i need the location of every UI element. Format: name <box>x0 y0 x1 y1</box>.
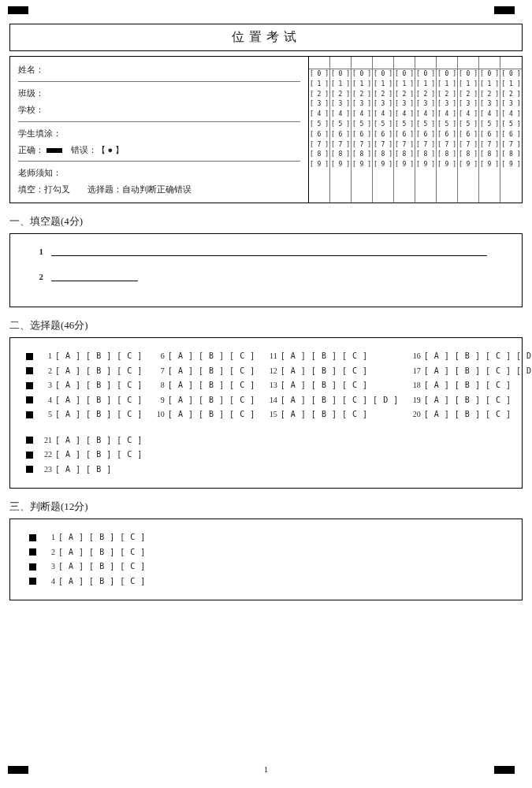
option-bubbles[interactable]: [ A ] [ B ] [ C ] <box>168 393 255 408</box>
option-bubbles[interactable]: [ A ] [ B ] [ C ] <box>424 378 512 393</box>
id-bubble[interactable]: [ 9 ] <box>458 160 478 170</box>
option-bubbles[interactable]: [ A ] [ B ] [ C ] <box>424 393 512 408</box>
id-bubble[interactable]: [ 6 ] <box>394 130 415 140</box>
id-bubble[interactable]: [ 8 ] <box>330 150 351 160</box>
id-bubble[interactable]: [ 6 ] <box>415 130 436 140</box>
id-bubble[interactable]: [ 3 ] <box>373 99 393 110</box>
id-bubble[interactable]: [ 0 ] <box>394 69 415 80</box>
id-bubble[interactable]: [ 4 ] <box>330 110 351 120</box>
id-bubble[interactable]: [ 2 ] <box>394 90 415 100</box>
option-bubbles[interactable]: [ A ] [ B ] [ C ] <box>281 378 368 393</box>
id-bubble[interactable]: [ 9 ] <box>309 160 329 170</box>
option-bubbles[interactable]: [ A ] [ B ] [ C ] <box>55 407 143 422</box>
id-bubble[interactable]: [ 2 ] <box>479 90 500 100</box>
id-bubble[interactable]: [ 8 ] <box>373 150 393 160</box>
id-bubble[interactable]: [ 8 ] <box>415 150 436 160</box>
id-bubble[interactable]: [ 0 ] <box>479 69 500 80</box>
id-bubble[interactable]: [ 4 ] <box>352 110 372 120</box>
id-bubble[interactable]: [ 0 ] <box>330 69 351 80</box>
id-bubble[interactable]: [ 8 ] <box>479 150 500 160</box>
id-bubble[interactable]: [ 3 ] <box>458 99 478 110</box>
id-bubble[interactable]: [ 0 ] <box>352 69 372 80</box>
id-column-header[interactable] <box>309 57 329 69</box>
id-bubble[interactable]: [ 8 ] <box>352 150 372 160</box>
id-column-header[interactable] <box>394 57 415 69</box>
id-column-header[interactable] <box>373 57 393 69</box>
id-bubble[interactable]: [ 1 ] <box>500 80 522 90</box>
id-bubble[interactable]: [ 2 ] <box>500 90 522 100</box>
id-bubble[interactable]: [ 8 ] <box>458 150 478 160</box>
id-bubble[interactable]: [ 4 ] <box>309 110 329 120</box>
id-bubble[interactable]: [ 2 ] <box>352 90 372 100</box>
id-bubble[interactable]: [ 2 ] <box>415 90 436 100</box>
option-bubbles[interactable]: [ A ] [ B ] [ C ] <box>58 559 146 574</box>
id-bubble[interactable]: [ 6 ] <box>352 130 372 140</box>
id-bubble[interactable]: [ 5 ] <box>330 120 351 130</box>
id-bubble[interactable]: [ 3 ] <box>330 99 351 110</box>
id-bubble[interactable]: [ 6 ] <box>437 130 457 140</box>
id-bubble[interactable]: [ 7 ] <box>437 140 457 151</box>
id-bubble[interactable]: [ 7 ] <box>500 140 522 151</box>
id-bubble[interactable]: [ 2 ] <box>330 90 351 100</box>
id-column-header[interactable] <box>479 57 500 69</box>
id-bubble[interactable]: [ 5 ] <box>309 120 329 130</box>
id-bubble[interactable]: [ 4 ] <box>373 110 393 120</box>
id-bubble[interactable]: [ 6 ] <box>373 130 393 140</box>
id-bubble[interactable]: [ 5 ] <box>373 120 393 130</box>
option-bubbles[interactable]: [ A ] [ B ] [ C ] <box>281 407 368 422</box>
id-bubble[interactable]: [ 1 ] <box>352 80 372 90</box>
id-bubble[interactable]: [ 5 ] <box>500 120 522 130</box>
fill-q1-blank[interactable] <box>51 245 487 256</box>
option-bubbles[interactable]: [ A ] [ B ] <box>55 463 112 478</box>
id-bubble[interactable]: [ 7 ] <box>330 140 351 151</box>
id-bubble[interactable]: [ 5 ] <box>415 120 436 130</box>
id-bubble[interactable]: [ 7 ] <box>479 140 500 151</box>
id-bubble[interactable]: [ 1 ] <box>394 80 415 90</box>
option-bubbles[interactable]: [ A ] [ B ] [ C ] <box>281 364 368 379</box>
id-bubble[interactable]: [ 7 ] <box>458 140 478 151</box>
id-bubble[interactable]: [ 9 ] <box>500 160 522 170</box>
id-bubble[interactable]: [ 6 ] <box>458 130 478 140</box>
id-bubble[interactable]: [ 3 ] <box>352 99 372 110</box>
option-bubbles[interactable]: [ A ] [ B ] [ C ] <box>55 433 143 448</box>
id-bubble[interactable]: [ 1 ] <box>415 80 436 90</box>
id-bubble[interactable]: [ 9 ] <box>437 160 457 170</box>
id-bubble[interactable]: [ 2 ] <box>373 90 393 100</box>
id-bubble[interactable]: [ 9 ] <box>373 160 393 170</box>
id-bubble[interactable]: [ 1 ] <box>330 80 351 90</box>
option-bubbles[interactable]: [ A ] [ B ] [ C ] <box>55 378 143 393</box>
id-bubble[interactable]: [ 7 ] <box>352 140 372 151</box>
id-bubble[interactable]: [ 0 ] <box>458 69 478 80</box>
option-bubbles[interactable]: [ A ] [ B ] [ C ] <box>168 349 255 364</box>
id-bubble[interactable]: [ 8 ] <box>394 150 415 160</box>
id-bubble[interactable]: [ 0 ] <box>415 69 436 80</box>
id-bubble[interactable]: [ 3 ] <box>437 99 457 110</box>
id-bubble[interactable]: [ 8 ] <box>500 150 522 160</box>
option-bubbles[interactable]: [ A ] [ B ] [ C ] <box>168 407 255 422</box>
id-bubble[interactable]: [ 3 ] <box>500 99 522 110</box>
id-bubble[interactable]: [ 7 ] <box>309 140 329 151</box>
option-bubbles[interactable]: [ A ] [ B ] [ C ] [ D ] <box>424 349 532 364</box>
fill-q2-blank[interactable] <box>51 270 138 281</box>
id-bubble[interactable]: [ 9 ] <box>394 160 415 170</box>
id-bubble[interactable]: [ 4 ] <box>437 110 457 120</box>
id-bubble[interactable]: [ 3 ] <box>394 99 415 110</box>
id-bubble[interactable]: [ 3 ] <box>415 99 436 110</box>
option-bubbles[interactable]: [ A ] [ B ] [ C ] <box>58 574 146 589</box>
id-bubble[interactable]: [ 6 ] <box>309 130 329 140</box>
id-bubble[interactable]: [ 9 ] <box>330 160 351 170</box>
id-bubble[interactable]: [ 9 ] <box>352 160 372 170</box>
id-column-header[interactable] <box>352 57 372 69</box>
option-bubbles[interactable]: [ A ] [ B ] [ C ] <box>55 393 143 408</box>
id-bubble[interactable]: [ 3 ] <box>479 99 500 110</box>
id-bubble[interactable]: [ 0 ] <box>500 69 522 80</box>
id-bubble[interactable]: [ 4 ] <box>479 110 500 120</box>
id-bubble[interactable]: [ 0 ] <box>309 69 329 80</box>
id-bubble[interactable]: [ 6 ] <box>330 130 351 140</box>
id-bubble[interactable]: [ 2 ] <box>309 90 329 100</box>
id-bubble[interactable]: [ 5 ] <box>458 120 478 130</box>
id-bubble[interactable]: [ 6 ] <box>479 130 500 140</box>
option-bubbles[interactable]: [ A ] [ B ] [ C ] <box>58 545 146 560</box>
id-bubble[interactable]: [ 5 ] <box>352 120 372 130</box>
option-bubbles[interactable]: [ A ] [ B ] [ C ] <box>168 364 255 379</box>
